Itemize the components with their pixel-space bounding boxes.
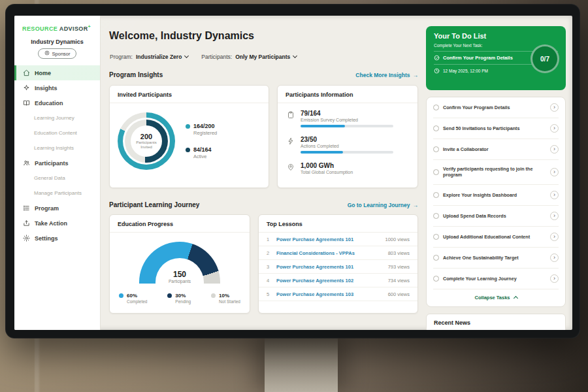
- task-label: Complete Your Learning Journey: [443, 276, 546, 282]
- task-row[interactable]: Send 50 Invitations to Participants ›: [433, 118, 559, 139]
- sidebar-item-insights[interactable]: Insights: [14, 80, 100, 95]
- legend-value: 60%: [127, 293, 137, 299]
- task-row[interactable]: Achieve One Sustainability Target ›: [433, 248, 559, 269]
- chevron-right-icon[interactable]: ›: [550, 103, 559, 112]
- participants-filter: Participants: Only My Participants: [201, 54, 297, 60]
- task-label: Invite a Collaborator: [443, 146, 546, 152]
- task-label: Send 50 Invitations to Participants: [443, 125, 546, 131]
- chevron-right-icon[interactable]: ›: [550, 233, 559, 241]
- participants-filter-dropdown[interactable]: Only My Participants: [235, 54, 297, 60]
- learning-journey-header: Participant Learning Journey Go to Learn…: [109, 201, 418, 208]
- sidebar-item-program[interactable]: Program: [14, 201, 100, 216]
- program-filter-label: Program:: [110, 54, 133, 60]
- sponsor-badge-label: Sponsor: [52, 51, 71, 57]
- sidebar: RESOURCE ADVISOR+ Industry Dynamics Spon…: [14, 16, 101, 330]
- task-row[interactable]: Upload Spend Data Records ›: [433, 206, 559, 227]
- link-label: Go to Learning Journey: [348, 202, 410, 208]
- sidebar-item-participants[interactable]: Participants: [14, 155, 100, 171]
- task-checkbox[interactable]: [433, 276, 439, 282]
- clipboard-icon: [287, 110, 295, 127]
- task-checkbox[interactable]: [433, 169, 439, 175]
- program-insights-header: Program Insights Check More Insights →: [109, 71, 418, 78]
- chevron-right-icon[interactable]: ›: [550, 274, 559, 283]
- collapse-tasks-label: Collapse Tasks: [474, 295, 510, 301]
- legend-dot: [186, 124, 190, 129]
- legend-label: Not Started: [211, 299, 240, 304]
- task-checkbox[interactable]: [433, 213, 439, 219]
- chevron-right-icon[interactable]: ›: [550, 168, 559, 176]
- sidebar-item-label: Education: [35, 100, 63, 106]
- chevron-right-icon[interactable]: ›: [550, 124, 559, 133]
- sidebar-item-manage-participants[interactable]: Manage Participants: [14, 186, 100, 201]
- lesson-views: 803 views: [388, 250, 410, 256]
- lesson-link[interactable]: Financial Considerations - VPPAs: [276, 250, 384, 256]
- sidebar-item-label: Home: [35, 70, 51, 76]
- sidebar-item-label: Take Action: [35, 220, 67, 227]
- legend-dot: [211, 293, 216, 298]
- monitor-bezel: RESOURCE ADVISOR+ Industry Dynamics Spon…: [5, 4, 580, 338]
- legend-label: Active: [186, 154, 217, 159]
- collapse-tasks-button[interactable]: Collapse Tasks: [433, 289, 559, 304]
- task-checkbox[interactable]: [433, 125, 439, 131]
- task-checkbox[interactable]: [433, 146, 439, 152]
- gear-icon: [23, 235, 30, 242]
- task-checkbox[interactable]: [433, 255, 439, 261]
- arrow-right-icon: →: [413, 202, 419, 208]
- legend-item: 84/164 Active: [186, 146, 217, 159]
- task-row[interactable]: Invite a Collaborator ›: [433, 139, 559, 160]
- task-row[interactable]: Verify participants requesting to join t…: [433, 160, 559, 185]
- lesson-row: 5 Power Purchase Agreements 103 600 view…: [259, 287, 417, 301]
- sidebar-item-general-data[interactable]: General Data: [14, 171, 100, 186]
- sidebar-item-education-content[interactable]: Education Content: [14, 125, 100, 140]
- bolt-icon: [287, 136, 295, 154]
- task-checkbox[interactable]: [433, 234, 439, 240]
- lesson-views: 734 views: [388, 278, 410, 284]
- book-icon: [23, 99, 30, 106]
- task-label: Confirm Your Program Details: [443, 105, 546, 110]
- todo-due-date-label: 12 May 2025, 12:00 PM: [443, 69, 488, 73]
- sidebar-item-home[interactable]: Home: [14, 65, 100, 80]
- list-icon: [23, 204, 30, 212]
- lesson-link[interactable]: Power Purchase Agreements 101: [276, 237, 380, 242]
- task-row[interactable]: Confirm Your Program Details ›: [433, 97, 559, 118]
- sidebar-item-education[interactable]: Education: [14, 95, 100, 110]
- task-checkbox[interactable]: [433, 192, 439, 198]
- sidebar-item-settings[interactable]: Settings: [14, 231, 100, 246]
- todo-task-list: Confirm Your Program Details › Send 50 I…: [426, 97, 566, 307]
- lesson-rank: 3: [267, 264, 272, 270]
- card-title: Invited Participants: [110, 86, 269, 103]
- chevron-right-icon[interactable]: ›: [550, 145, 559, 154]
- monitor-stand: [265, 336, 338, 392]
- lesson-link[interactable]: Power Purchase Agreements 101: [276, 264, 384, 270]
- chevron-right-icon[interactable]: ›: [550, 191, 559, 199]
- home-icon: [23, 69, 30, 76]
- card-title: Top Lessons: [259, 215, 417, 233]
- sponsor-badge: Sponsor: [38, 48, 77, 59]
- education-gauge-chart: 150 Participants: [139, 242, 220, 284]
- check-more-insights-link[interactable]: Check More Insights →: [355, 72, 418, 78]
- person-badge-icon: [44, 50, 50, 57]
- chevron-right-icon[interactable]: ›: [550, 253, 559, 262]
- lesson-link[interactable]: Power Purchase Agreements 102: [276, 278, 384, 284]
- pin-icon: [287, 162, 295, 174]
- task-row[interactable]: Explore Your Insights Dashboard ›: [433, 185, 559, 206]
- sidebar-item-take-action[interactable]: Take Action: [14, 216, 100, 231]
- go-to-learning-journey-link[interactable]: Go to Learning Journey →: [348, 202, 418, 208]
- sidebar-item-learning-insights[interactable]: Learning Insights: [14, 140, 100, 155]
- task-row[interactable]: Complete Your Learning Journey ›: [433, 269, 559, 289]
- program-filter-value: Industrialize Zero: [136, 54, 182, 60]
- chevron-right-icon[interactable]: ›: [550, 212, 559, 220]
- task-checkbox[interactable]: [433, 105, 439, 110]
- sidebar-item-learning-journey[interactable]: Learning Journey: [14, 110, 100, 125]
- lesson-link[interactable]: Power Purchase Agreements 103: [276, 291, 384, 297]
- progress-bar: [301, 151, 393, 154]
- lesson-rank: 4: [267, 278, 272, 284]
- stat-label: Actions Completed: [301, 144, 393, 148]
- sidebar-item-label: Insights: [35, 85, 57, 91]
- program-filter-dropdown[interactable]: Industrialize Zero: [136, 54, 188, 60]
- recent-news-header[interactable]: Recent News: [426, 314, 566, 330]
- task-row[interactable]: Upload Additional Educational Content ›: [433, 227, 559, 248]
- clock-icon: [434, 68, 440, 74]
- chevron-down-icon: [293, 54, 297, 58]
- main-content: Welcome, Industry Dynamics Program: Indu…: [109, 16, 418, 330]
